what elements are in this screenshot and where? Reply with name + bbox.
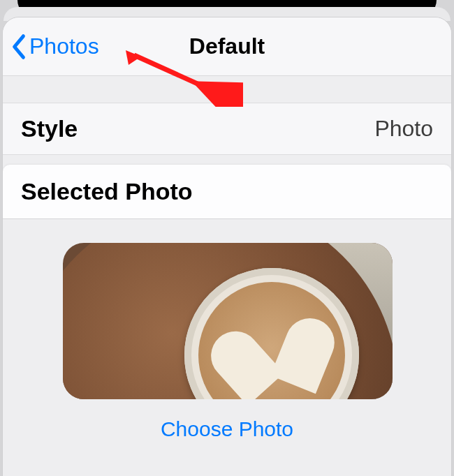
chevron-left-icon (10, 34, 28, 60)
style-row-value: Photo (374, 116, 433, 142)
photo-latte-art (224, 299, 319, 389)
selected-photo-thumbnail[interactable] (63, 243, 393, 399)
back-button-label: Photos (29, 34, 99, 59)
selected-photo-header: Selected Photo (3, 165, 451, 219)
style-row-label: Style (21, 115, 78, 142)
back-button[interactable]: Photos (3, 34, 99, 60)
photo-coffee (198, 282, 345, 399)
settings-sheet: Photos Default Style Photo Selected Phot… (2, 17, 452, 476)
style-row[interactable]: Style Photo (3, 103, 451, 155)
choose-photo-button[interactable]: Choose Photo (63, 417, 391, 441)
navigation-bar: Photos Default (3, 17, 451, 76)
photo-area: Choose Photo (3, 219, 451, 441)
